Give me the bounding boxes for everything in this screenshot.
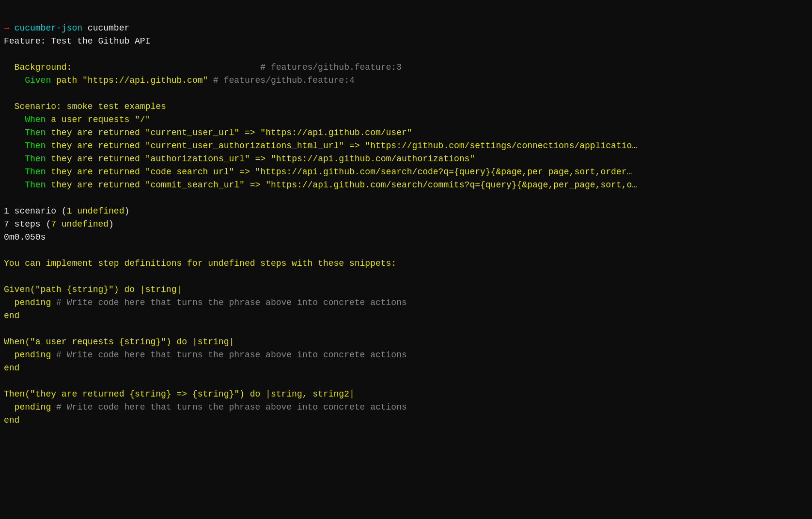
steps-count: 7 steps (7 undefined) <box>0 218 812 231</box>
blank1 <box>0 48 812 61</box>
background-line: Background: # features/github.feature:3 <box>0 61 812 74</box>
blank3 <box>0 192 812 205</box>
given-path-line: Given path "https://api.github.com" # fe… <box>0 74 812 87</box>
then-line-1: Then they are returned "current_user_url… <box>0 126 812 139</box>
scenario-count: 1 scenario (1 undefined) <box>0 205 812 218</box>
blank2 <box>0 87 812 100</box>
then-line-4: Then they are returned "code_search_url"… <box>0 166 812 179</box>
then-pending: pending # Write code here that turns the… <box>0 401 812 414</box>
then-line-3: Then they are returned "authorizations_u… <box>0 153 812 166</box>
when-end: end <box>0 362 812 375</box>
snippet-info: You can implement step definitions for u… <box>0 257 812 270</box>
time-line: 0m0.050s <box>0 231 812 244</box>
title-line: → cucumber-json cucumber <box>0 22 812 35</box>
given-pending: pending # Write code here that turns the… <box>0 296 812 309</box>
given-snippet: Given("path {string}") do |string| <box>0 283 812 296</box>
blank4 <box>0 244 812 257</box>
feature-line: Feature: Test the Github API <box>0 35 812 48</box>
then-snippet: Then("they are returned {string} => {str… <box>0 388 812 401</box>
blank5 <box>0 270 812 283</box>
terminal-output: → cucumber-json cucumberFeature: Test th… <box>0 5 812 431</box>
blank6 <box>0 322 812 336</box>
when-snippet: When("a user requests {string}") do |str… <box>0 336 812 349</box>
scenario-line: Scenario: smoke test examples <box>0 100 812 113</box>
then-line-2: Then they are returned "current_user_aut… <box>0 139 812 153</box>
then-end: end <box>0 414 812 427</box>
blank7 <box>0 375 812 388</box>
given-end: end <box>0 309 812 322</box>
then-line-5: Then they are returned "commit_search_ur… <box>0 179 812 192</box>
when-pending: pending # Write code here that turns the… <box>0 349 812 362</box>
when-line: When a user requests "/" <box>0 113 812 126</box>
